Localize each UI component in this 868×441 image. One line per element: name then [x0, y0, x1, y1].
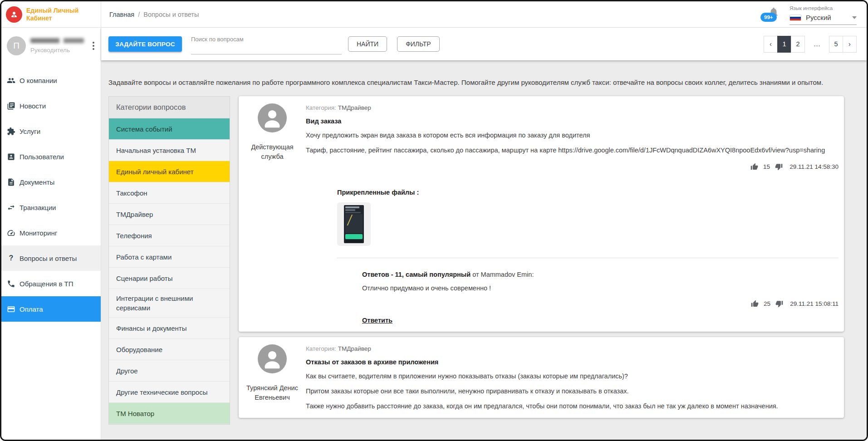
question-author-name: Действующая служба — [239, 142, 306, 162]
language-value: Русский — [806, 14, 831, 21]
person-avatar-icon — [258, 344, 287, 373]
like-count: 15 — [763, 163, 770, 170]
language-selector: Язык интерфейса Русский — [790, 4, 857, 25]
categories-panel: Категории вопросов Система событийНачаль… — [108, 96, 230, 425]
language-label: Язык интерфейса — [790, 5, 857, 11]
documents-icon — [7, 178, 15, 186]
question-content: Категория: ТМДрайверОтказы от заказов в … — [306, 337, 844, 418]
pagination-next-button[interactable]: › — [843, 36, 857, 53]
app-logo-icon — [6, 6, 22, 23]
logo-row: Единый Личный Кабинет — [1, 1, 101, 28]
toolbar: ЗАДАЙТЕ ВОПРОС Поиск по вопросам НАЙТИ Ф… — [101, 28, 867, 60]
user-meta: Руководитель — [30, 38, 85, 54]
pagination-page-1-active[interactable]: 1 — [777, 36, 791, 53]
category-item[interactable]: Система событий — [109, 118, 230, 140]
category-item[interactable]: Финансы и документы — [109, 318, 230, 339]
top-answer-text: Отлично придумано и очень современно ! — [362, 284, 839, 292]
question-card: Действующая службаКатегория: ТМДрайверВи… — [239, 96, 844, 332]
transactions-icon — [7, 203, 15, 212]
category-item[interactable]: Интеграции с внешними сервисами — [109, 289, 230, 318]
questions-list: Действующая службаКатегория: ТМДрайверВи… — [239, 96, 844, 423]
sidebar-item-company-people[interactable]: О компании — [1, 68, 101, 93]
sidebar-item-news[interactable]: Новости — [1, 93, 101, 118]
answers-divider — [337, 258, 839, 258]
pagination-page-5[interactable]: 5 — [829, 36, 843, 53]
category-item[interactable]: Работа с картами — [109, 246, 230, 268]
breadcrumb-home[interactable]: Главная — [109, 11, 134, 18]
category-item[interactable]: Начальная установка ТМ — [109, 140, 230, 161]
pagination-ellipsis: ... — [809, 40, 825, 48]
thumb-up-icon — [751, 300, 759, 308]
sidebar-item-documents[interactable]: Документы — [1, 169, 101, 195]
question-author-column: Действующая служба — [239, 96, 306, 332]
sidebar-item-payment-card[interactable]: Оплата — [1, 296, 101, 322]
sidebar-item-services[interactable]: Услуги — [1, 118, 101, 144]
answers-summary: Ответов - 11, самый популярный от Mammad… — [362, 271, 839, 278]
notifications-bell-icon[interactable]: 99+ — [768, 6, 780, 20]
category-item[interactable]: Другое — [109, 360, 230, 382]
answer-votes-row: 2529.11.21 15:08:11 — [362, 300, 839, 308]
question-title: Вид заказа — [306, 118, 839, 125]
find-button[interactable]: НАЙТИ — [348, 36, 387, 52]
category-item[interactable]: Телефония — [109, 225, 230, 246]
sidebar-item-question[interactable]: ?Вопросы и ответы — [1, 245, 101, 271]
payment-card-icon — [7, 305, 15, 314]
filter-button[interactable]: ФИЛЬТР — [397, 36, 440, 52]
thumb-down-icon — [775, 163, 783, 171]
phone-screenshot-preview — [344, 205, 364, 243]
question-author-column: Турянский Денис Евгеньевич — [239, 337, 306, 418]
sidebar-item-label: Вопросы и ответы — [20, 255, 77, 262]
intro-text: Задавайте вопросы и оставляйте пожелания… — [108, 77, 853, 88]
sidebar-item-label: Транзакции — [20, 204, 56, 211]
content-area: Задавайте вопросы и оставляйте пожелания… — [101, 60, 867, 440]
language-dropdown[interactable]: Русский — [790, 14, 857, 25]
breadcrumb-separator: / — [138, 11, 140, 18]
search-label: Поиск по вопросам — [191, 36, 342, 43]
question-author-name: Турянский Денис Евгеньевич — [239, 383, 306, 402]
sidebar: Единый Личный Кабинет П Руководитель О к… — [1, 1, 101, 440]
categories-list: Система событийНачальная установка ТМЕди… — [109, 118, 230, 424]
category-item[interactable]: Таксофон — [109, 182, 230, 204]
reply-link[interactable]: Ответить — [362, 317, 392, 324]
sidebar-item-transactions[interactable]: Транзакции — [1, 195, 101, 220]
sidebar-item-label: Услуги — [20, 127, 40, 135]
attachments-section: Прикрепленные файлы : — [337, 189, 839, 246]
question-paragraph: Притом заказы которые они все таки выпол… — [306, 387, 839, 396]
question-paragraph: Тариф, расстояние, рейтинг пассажира, ск… — [306, 146, 839, 155]
category-item[interactable]: ТМДрайвер — [109, 204, 230, 225]
thumb-down-icon — [775, 300, 783, 308]
pagination-prev-button[interactable]: ‹ — [764, 36, 778, 53]
sidebar-menu: О компанииНовостиУслугиПользователиДокум… — [1, 68, 101, 322]
question-paragraph: Хочу предложить экран вида заказа в кото… — [306, 131, 839, 140]
russia-flag-icon — [790, 15, 801, 21]
category-item[interactable]: Другие технические вопросы — [109, 382, 230, 403]
sidebar-item-label: Документы — [20, 178, 54, 186]
category-item[interactable]: Сценарии работы — [109, 268, 230, 289]
sidebar-item-label: Новости — [20, 102, 46, 110]
pagination-page-2[interactable]: 2 — [791, 36, 805, 53]
user-role: Руководитель — [30, 47, 85, 54]
chevron-down-icon — [852, 16, 857, 19]
search-field: Поиск по вопросам — [191, 36, 342, 54]
question-title: Отказы от заказов в архиве приложения — [306, 358, 839, 366]
category-item[interactable]: ТМ Новатор — [109, 403, 230, 424]
news-icon — [7, 102, 15, 110]
attachment-thumbnail[interactable] — [337, 202, 371, 246]
question-icon: ? — [7, 254, 15, 262]
sidebar-item-label: Оплата — [20, 305, 43, 313]
ask-question-button[interactable]: ЗАДАЙТЕ ВОПРОС — [108, 36, 182, 52]
category-item[interactable]: Единый личный кабинет — [109, 161, 230, 182]
user-menu-kebab-icon[interactable] — [90, 39, 97, 53]
attachments-label: Прикрепленные файлы : — [337, 189, 839, 196]
user-name-redacted — [30, 38, 84, 43]
question-timestamp: 29.11.21 14:58:30 — [790, 163, 839, 170]
sidebar-item-monitoring[interactable]: Мониторинг — [1, 220, 101, 245]
sidebar-item-users[interactable]: Пользователи — [1, 144, 101, 169]
support-phone-icon — [7, 279, 15, 288]
question-paragraph: Как вы считаете, водителям в приложении … — [306, 372, 839, 381]
sidebar-item-support-phone[interactable]: Обращения в ТП — [1, 271, 101, 296]
company-people-icon — [7, 76, 15, 85]
question-paragraph: Также нужно добавить расстояние до заказ… — [306, 402, 839, 411]
category-item[interactable]: Оборудование — [109, 339, 230, 360]
search-input[interactable] — [191, 43, 342, 54]
